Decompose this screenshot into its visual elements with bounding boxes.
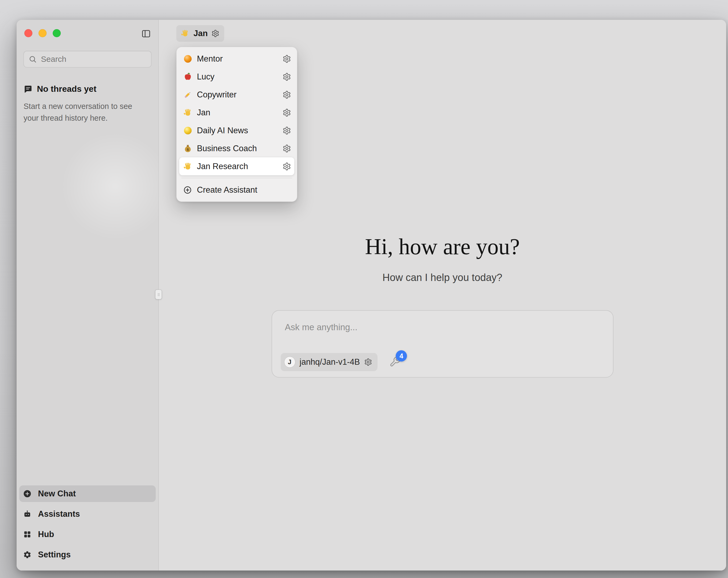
sidebar-item-settings[interactable]: Settings <box>19 547 156 563</box>
assistant-menu-item-label: Mentor <box>197 54 278 64</box>
assistant-menu-item-daily-ai-news[interactable]: Daily AI News <box>179 122 294 140</box>
assistant-menu-item-label: Daily AI News <box>197 126 278 135</box>
orange-ball-emoji-icon <box>183 54 192 64</box>
zoom-button[interactable] <box>53 29 61 37</box>
pencil-emoji-icon <box>183 90 192 100</box>
assistant-item-gear-icon[interactable] <box>283 144 291 153</box>
money-bag-emoji-icon <box>183 144 192 153</box>
threads-empty-state: No threads yet Start a new conversation … <box>24 84 151 124</box>
assistant-item-gear-icon[interactable] <box>283 91 291 99</box>
chat-composer: J janhq/Jan-v1-4B 4 <box>271 310 614 378</box>
pane-resize-handle[interactable] <box>155 290 162 299</box>
greeting-subtitle: How can I help you today? <box>159 272 726 283</box>
assistant-menu-item-label: Business Coach <box>197 144 278 153</box>
greeting-title: Hi, how are you? <box>159 235 726 258</box>
nav-label: Hub <box>38 530 54 539</box>
model-settings-gear-icon[interactable] <box>364 358 372 366</box>
wave-emoji-icon <box>181 29 190 38</box>
model-name: janhq/Jan-v1-4B <box>300 357 360 367</box>
nav-label: New Chat <box>38 489 76 499</box>
sidebar: No threads yet Start a new conversation … <box>17 20 159 571</box>
search-icon <box>29 55 37 63</box>
menu-divider <box>181 178 292 178</box>
assistant-menu-item-label: Copywriter <box>197 90 278 100</box>
model-selector-chip[interactable]: J janhq/Jan-v1-4B <box>281 353 378 371</box>
minimize-button[interactable] <box>38 29 47 37</box>
assistant-selector-button[interactable]: Jan <box>176 25 224 42</box>
assistants-bot-icon <box>23 510 31 518</box>
sidebar-item-new-chat[interactable]: New Chat <box>19 485 156 502</box>
sidebar-nav: New Chat Assistants Hub Settings <box>17 485 158 571</box>
assistant-menu-item-label: Lucy <box>197 72 278 82</box>
plus-circle-outline-icon <box>183 185 192 195</box>
assistant-dropdown-menu: Mentor Lucy Copywriter Jan Daily AI News <box>176 47 297 202</box>
yellow-ball-emoji-icon <box>183 126 192 135</box>
current-assistant-name: Jan <box>193 29 208 38</box>
assistant-menu-item-lucy[interactable]: Lucy <box>179 68 294 85</box>
search-field[interactable] <box>24 51 151 68</box>
empty-state-title: No threads yet <box>37 84 96 94</box>
assistant-menu-item-label: Jan <box>197 108 278 118</box>
assistant-menu-item-jan-research[interactable]: Jan Research <box>179 157 294 175</box>
assistant-menu-item-mentor[interactable]: Mentor <box>179 50 294 68</box>
close-button[interactable] <box>24 29 32 37</box>
hub-grid-icon <box>23 530 31 539</box>
assistant-item-gear-icon[interactable] <box>283 73 291 81</box>
sidebar-toggle-button[interactable] <box>141 28 151 39</box>
assistant-item-gear-icon[interactable] <box>283 55 291 63</box>
create-assistant-label: Create Assistant <box>197 185 257 195</box>
nav-label: Settings <box>38 550 71 559</box>
empty-state-description: Start a new conversation to see your thr… <box>24 100 142 124</box>
sidebar-item-assistants[interactable]: Assistants <box>19 506 156 522</box>
assistant-item-gear-icon[interactable] <box>283 108 291 117</box>
model-avatar: J <box>284 356 295 368</box>
wave-emoji-icon <box>183 161 192 171</box>
main-area: Jan Mentor Lucy Copywriter Jan <box>159 20 726 571</box>
greeting-block: Hi, how are you? How can I help you toda… <box>159 235 726 283</box>
assistant-item-gear-icon[interactable] <box>283 126 291 135</box>
assistant-menu-item-label: Jan Research <box>197 161 278 171</box>
nav-label: Assistants <box>38 509 80 519</box>
chat-input[interactable] <box>284 322 601 333</box>
app-window: No threads yet Start a new conversation … <box>17 20 726 571</box>
assistant-menu-item-copywriter[interactable]: Copywriter <box>179 85 294 104</box>
apple-emoji-icon <box>183 72 192 82</box>
wave-emoji-icon <box>183 108 192 118</box>
plus-circle-icon <box>23 489 31 498</box>
assistant-menu-item-jan[interactable]: Jan <box>179 104 294 122</box>
tools-button[interactable]: 4 <box>389 356 401 368</box>
settings-gear-icon <box>23 550 31 559</box>
grip-dots-icon <box>157 292 161 298</box>
panel-left-icon <box>141 29 151 39</box>
assistant-menu-item-business-coach[interactable]: Business Coach <box>179 140 294 157</box>
sidebar-item-hub[interactable]: Hub <box>19 526 156 543</box>
tools-count-badge: 4 <box>396 350 407 361</box>
assistant-item-gear-icon[interactable] <box>283 162 291 171</box>
window-controls <box>24 29 61 37</box>
create-assistant-button[interactable]: Create Assistant <box>179 181 294 199</box>
assistant-gear-icon[interactable] <box>211 29 219 37</box>
search-input[interactable] <box>41 54 146 64</box>
chat-bubble-icon <box>24 84 33 94</box>
